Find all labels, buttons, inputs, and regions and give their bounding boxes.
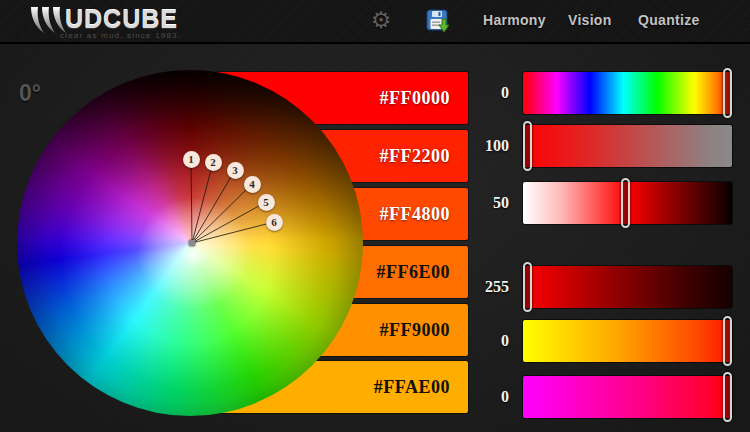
- floppy-save-icon: [426, 9, 450, 33]
- red-value: 255: [485, 266, 509, 308]
- lightness-slider-track[interactable]: [523, 182, 732, 224]
- gear-icon: ⚙: [371, 7, 392, 33]
- app-header: UDCUBE clear as mud, since 1983. ⚙ Harmo…: [0, 0, 750, 44]
- wheel-marker-5[interactable]: 5: [258, 194, 275, 211]
- green-value: 0: [501, 320, 509, 362]
- green-slider-track[interactable]: [523, 320, 732, 362]
- settings-button[interactable]: ⚙: [366, 4, 396, 36]
- blue-slider-handle[interactable]: [723, 372, 732, 422]
- wheel-marker-2[interactable]: 2: [205, 154, 222, 171]
- nav-item-quantize[interactable]: Quantize: [638, 12, 700, 28]
- hue-slider-handle[interactable]: [723, 68, 732, 118]
- logo-tagline: clear as mud, since 1983.: [60, 31, 181, 40]
- red-slider-track[interactable]: [523, 266, 732, 308]
- logo-wordmark: UDCUBE: [65, 5, 178, 34]
- green-slider-handle[interactable]: [723, 316, 732, 366]
- hue-slider-track[interactable]: [523, 72, 732, 114]
- nav-item-vision[interactable]: Vision: [568, 12, 612, 28]
- saturation-value: 100: [485, 125, 509, 167]
- nav-item-harmony[interactable]: Harmony: [483, 12, 546, 28]
- saturation-slider-track[interactable]: [523, 125, 732, 167]
- blue-value: 0: [501, 376, 509, 418]
- saturation-slider-handle[interactable]: [523, 121, 532, 171]
- main-panel: 0° #FF0000 #FF2200 #FF4800 #FF6E00 #FF90…: [0, 44, 750, 432]
- wheel-marker-6[interactable]: 6: [266, 214, 283, 231]
- wheel-marker-1[interactable]: 1: [183, 151, 200, 168]
- wheel-center-handle[interactable]: [189, 240, 195, 246]
- lightness-value: 50: [493, 182, 509, 224]
- wheel-marker-3[interactable]: 3: [227, 162, 244, 179]
- hue-value: 0: [501, 72, 509, 114]
- wheel-marker-4[interactable]: 4: [244, 176, 261, 193]
- save-button[interactable]: [426, 9, 450, 33]
- lightness-slider-handle[interactable]: [621, 178, 630, 228]
- blue-slider-track[interactable]: [523, 376, 732, 418]
- red-slider-handle[interactable]: [523, 262, 532, 312]
